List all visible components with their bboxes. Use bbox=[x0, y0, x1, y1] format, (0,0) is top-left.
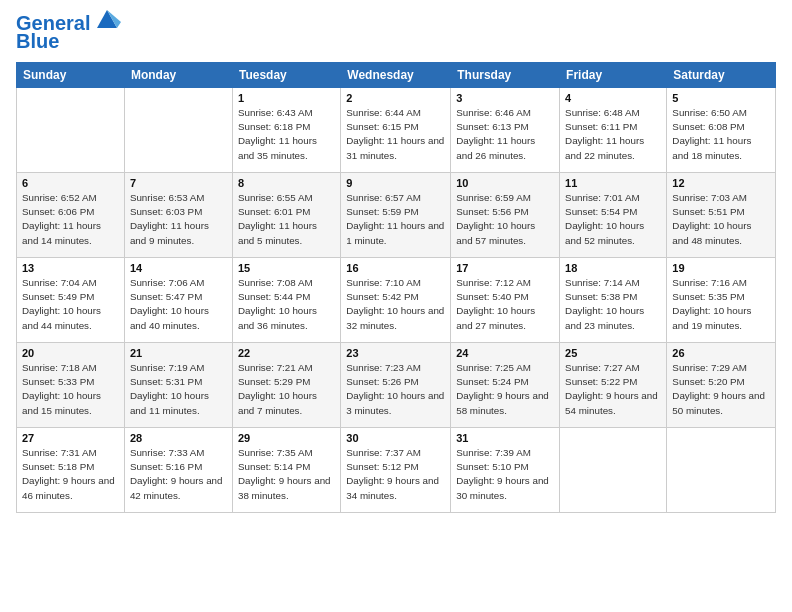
day-number: 24 bbox=[456, 347, 554, 359]
day-info: Sunrise: 7:04 AMSunset: 5:49 PMDaylight:… bbox=[22, 276, 119, 333]
day-cell: 25Sunrise: 7:27 AMSunset: 5:22 PMDayligh… bbox=[560, 343, 667, 428]
day-cell: 2Sunrise: 6:44 AMSunset: 6:15 PMDaylight… bbox=[341, 88, 451, 173]
day-cell: 11Sunrise: 7:01 AMSunset: 5:54 PMDayligh… bbox=[560, 173, 667, 258]
day-cell: 24Sunrise: 7:25 AMSunset: 5:24 PMDayligh… bbox=[451, 343, 560, 428]
day-number: 25 bbox=[565, 347, 661, 359]
day-info: Sunrise: 6:52 AMSunset: 6:06 PMDaylight:… bbox=[22, 191, 119, 248]
day-number: 31 bbox=[456, 432, 554, 444]
day-cell: 15Sunrise: 7:08 AMSunset: 5:44 PMDayligh… bbox=[232, 258, 340, 343]
day-number: 2 bbox=[346, 92, 445, 104]
col-header-friday: Friday bbox=[560, 63, 667, 88]
day-number: 23 bbox=[346, 347, 445, 359]
day-number: 21 bbox=[130, 347, 227, 359]
day-number: 30 bbox=[346, 432, 445, 444]
day-cell: 10Sunrise: 6:59 AMSunset: 5:56 PMDayligh… bbox=[451, 173, 560, 258]
day-info: Sunrise: 6:46 AMSunset: 6:13 PMDaylight:… bbox=[456, 106, 554, 163]
day-cell: 8Sunrise: 6:55 AMSunset: 6:01 PMDaylight… bbox=[232, 173, 340, 258]
day-cell: 20Sunrise: 7:18 AMSunset: 5:33 PMDayligh… bbox=[17, 343, 125, 428]
day-number: 4 bbox=[565, 92, 661, 104]
day-info: Sunrise: 7:39 AMSunset: 5:10 PMDaylight:… bbox=[456, 446, 554, 503]
calendar-header-row: SundayMondayTuesdayWednesdayThursdayFrid… bbox=[17, 63, 776, 88]
day-cell: 9Sunrise: 6:57 AMSunset: 5:59 PMDaylight… bbox=[341, 173, 451, 258]
day-number: 15 bbox=[238, 262, 335, 274]
logo: General Blue bbox=[16, 12, 121, 52]
day-info: Sunrise: 7:37 AMSunset: 5:12 PMDaylight:… bbox=[346, 446, 445, 503]
day-cell: 4Sunrise: 6:48 AMSunset: 6:11 PMDaylight… bbox=[560, 88, 667, 173]
day-number: 16 bbox=[346, 262, 445, 274]
day-info: Sunrise: 6:59 AMSunset: 5:56 PMDaylight:… bbox=[456, 191, 554, 248]
day-info: Sunrise: 7:23 AMSunset: 5:26 PMDaylight:… bbox=[346, 361, 445, 418]
day-info: Sunrise: 6:53 AMSunset: 6:03 PMDaylight:… bbox=[130, 191, 227, 248]
day-info: Sunrise: 7:03 AMSunset: 5:51 PMDaylight:… bbox=[672, 191, 770, 248]
day-number: 5 bbox=[672, 92, 770, 104]
day-cell: 12Sunrise: 7:03 AMSunset: 5:51 PMDayligh… bbox=[667, 173, 776, 258]
day-cell: 23Sunrise: 7:23 AMSunset: 5:26 PMDayligh… bbox=[341, 343, 451, 428]
day-cell bbox=[17, 88, 125, 173]
day-number: 12 bbox=[672, 177, 770, 189]
day-cell: 7Sunrise: 6:53 AMSunset: 6:03 PMDaylight… bbox=[124, 173, 232, 258]
page: General Blue SundayMondayTuesdayWednesda… bbox=[0, 0, 792, 612]
day-number: 17 bbox=[456, 262, 554, 274]
day-cell bbox=[560, 428, 667, 513]
day-number: 19 bbox=[672, 262, 770, 274]
day-number: 6 bbox=[22, 177, 119, 189]
day-info: Sunrise: 6:48 AMSunset: 6:11 PMDaylight:… bbox=[565, 106, 661, 163]
week-row-1: 1Sunrise: 6:43 AMSunset: 6:18 PMDaylight… bbox=[17, 88, 776, 173]
day-number: 13 bbox=[22, 262, 119, 274]
day-cell: 26Sunrise: 7:29 AMSunset: 5:20 PMDayligh… bbox=[667, 343, 776, 428]
day-number: 10 bbox=[456, 177, 554, 189]
logo-icon bbox=[93, 6, 121, 34]
day-cell: 18Sunrise: 7:14 AMSunset: 5:38 PMDayligh… bbox=[560, 258, 667, 343]
day-number: 28 bbox=[130, 432, 227, 444]
day-info: Sunrise: 7:18 AMSunset: 5:33 PMDaylight:… bbox=[22, 361, 119, 418]
day-info: Sunrise: 7:31 AMSunset: 5:18 PMDaylight:… bbox=[22, 446, 119, 503]
day-cell: 1Sunrise: 6:43 AMSunset: 6:18 PMDaylight… bbox=[232, 88, 340, 173]
day-info: Sunrise: 6:43 AMSunset: 6:18 PMDaylight:… bbox=[238, 106, 335, 163]
day-number: 3 bbox=[456, 92, 554, 104]
day-cell: 14Sunrise: 7:06 AMSunset: 5:47 PMDayligh… bbox=[124, 258, 232, 343]
week-row-3: 13Sunrise: 7:04 AMSunset: 5:49 PMDayligh… bbox=[17, 258, 776, 343]
day-number: 29 bbox=[238, 432, 335, 444]
col-header-sunday: Sunday bbox=[17, 63, 125, 88]
week-row-5: 27Sunrise: 7:31 AMSunset: 5:18 PMDayligh… bbox=[17, 428, 776, 513]
day-cell: 22Sunrise: 7:21 AMSunset: 5:29 PMDayligh… bbox=[232, 343, 340, 428]
day-info: Sunrise: 7:08 AMSunset: 5:44 PMDaylight:… bbox=[238, 276, 335, 333]
day-info: Sunrise: 6:50 AMSunset: 6:08 PMDaylight:… bbox=[672, 106, 770, 163]
day-cell: 29Sunrise: 7:35 AMSunset: 5:14 PMDayligh… bbox=[232, 428, 340, 513]
day-info: Sunrise: 7:33 AMSunset: 5:16 PMDaylight:… bbox=[130, 446, 227, 503]
day-info: Sunrise: 6:55 AMSunset: 6:01 PMDaylight:… bbox=[238, 191, 335, 248]
header: General Blue bbox=[16, 12, 776, 52]
col-header-saturday: Saturday bbox=[667, 63, 776, 88]
day-cell: 3Sunrise: 6:46 AMSunset: 6:13 PMDaylight… bbox=[451, 88, 560, 173]
day-info: Sunrise: 7:01 AMSunset: 5:54 PMDaylight:… bbox=[565, 191, 661, 248]
day-cell bbox=[667, 428, 776, 513]
day-cell: 27Sunrise: 7:31 AMSunset: 5:18 PMDayligh… bbox=[17, 428, 125, 513]
day-number: 22 bbox=[238, 347, 335, 359]
day-cell: 6Sunrise: 6:52 AMSunset: 6:06 PMDaylight… bbox=[17, 173, 125, 258]
day-cell: 19Sunrise: 7:16 AMSunset: 5:35 PMDayligh… bbox=[667, 258, 776, 343]
calendar-table: SundayMondayTuesdayWednesdayThursdayFrid… bbox=[16, 62, 776, 513]
day-number: 14 bbox=[130, 262, 227, 274]
day-info: Sunrise: 7:35 AMSunset: 5:14 PMDaylight:… bbox=[238, 446, 335, 503]
day-number: 26 bbox=[672, 347, 770, 359]
day-info: Sunrise: 7:14 AMSunset: 5:38 PMDaylight:… bbox=[565, 276, 661, 333]
week-row-2: 6Sunrise: 6:52 AMSunset: 6:06 PMDaylight… bbox=[17, 173, 776, 258]
col-header-tuesday: Tuesday bbox=[232, 63, 340, 88]
day-info: Sunrise: 7:25 AMSunset: 5:24 PMDaylight:… bbox=[456, 361, 554, 418]
day-info: Sunrise: 7:19 AMSunset: 5:31 PMDaylight:… bbox=[130, 361, 227, 418]
day-number: 9 bbox=[346, 177, 445, 189]
day-info: Sunrise: 7:29 AMSunset: 5:20 PMDaylight:… bbox=[672, 361, 770, 418]
day-number: 8 bbox=[238, 177, 335, 189]
day-cell: 5Sunrise: 6:50 AMSunset: 6:08 PMDaylight… bbox=[667, 88, 776, 173]
col-header-thursday: Thursday bbox=[451, 63, 560, 88]
day-number: 18 bbox=[565, 262, 661, 274]
day-info: Sunrise: 7:27 AMSunset: 5:22 PMDaylight:… bbox=[565, 361, 661, 418]
week-row-4: 20Sunrise: 7:18 AMSunset: 5:33 PMDayligh… bbox=[17, 343, 776, 428]
day-info: Sunrise: 6:57 AMSunset: 5:59 PMDaylight:… bbox=[346, 191, 445, 248]
day-cell: 13Sunrise: 7:04 AMSunset: 5:49 PMDayligh… bbox=[17, 258, 125, 343]
day-info: Sunrise: 7:12 AMSunset: 5:40 PMDaylight:… bbox=[456, 276, 554, 333]
col-header-monday: Monday bbox=[124, 63, 232, 88]
day-info: Sunrise: 7:16 AMSunset: 5:35 PMDaylight:… bbox=[672, 276, 770, 333]
day-number: 7 bbox=[130, 177, 227, 189]
day-number: 27 bbox=[22, 432, 119, 444]
